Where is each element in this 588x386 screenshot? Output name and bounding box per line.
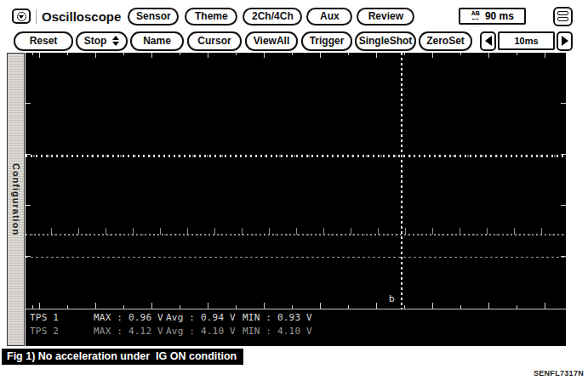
- trigger-button[interactable]: Trigger: [301, 31, 352, 51]
- reset-button[interactable]: Reset: [14, 31, 73, 51]
- zeroset-button[interactable]: ZeroSet: [419, 31, 472, 51]
- toolbar-second: Reset Stop Name Cursor ViewAll Trigger S…: [14, 31, 579, 51]
- cursor-button[interactable]: Cursor: [187, 31, 242, 51]
- aux-button[interactable]: Aux: [306, 8, 352, 26]
- avg-value: Avg : 4.10 V: [166, 326, 243, 337]
- timebase-next-button[interactable]: [557, 31, 573, 51]
- channel-name: TPS 1: [30, 312, 94, 323]
- sensor-button[interactable]: Sensor: [128, 8, 179, 26]
- measurement-row-tps2: TPS 2 MAX : 4.12 V Avg : 4.10 V MIN : 4.…: [30, 324, 562, 338]
- name-button[interactable]: Name: [130, 31, 184, 51]
- toolbar-top: Oscilloscope Sensor Theme 2Ch/4Ch Aux Re…: [12, 6, 578, 26]
- trace-tps1: [26, 155, 566, 157]
- measurement-row-tps1: TPS 1 MAX : 0.96 V Avg : 0.94 V MIN : 0.…: [30, 310, 562, 324]
- bottom-graticule-line: [26, 309, 566, 309]
- top-ticks-major: [26, 53, 566, 58]
- measurement-readout: TPS 1 MAX : 0.96 V Avg : 0.94 V MIN : 0.…: [30, 310, 562, 338]
- app-title: Oscilloscope: [42, 9, 121, 24]
- singleshot-button[interactable]: SingleShot: [355, 31, 416, 51]
- configuration-drawer-handle[interactable]: Configuration: [7, 53, 25, 346]
- ab-time-display[interactable]: AB ↔ 90 ms: [459, 8, 526, 25]
- configuration-label: Configuration: [11, 163, 21, 236]
- max-value: MAX : 0.96 V: [94, 312, 166, 323]
- viewall-button[interactable]: ViewAll: [245, 31, 298, 51]
- updown-spinner-icon: [112, 36, 119, 46]
- max-value: MAX : 4.12 V: [94, 326, 166, 337]
- print-button[interactable]: [553, 7, 573, 26]
- ab-range-icon: AB ↔: [471, 11, 480, 21]
- printer-icon: [557, 11, 568, 15]
- left-arrow-icon: [485, 36, 492, 46]
- menu-dropdown-button[interactable]: [12, 9, 31, 24]
- right-arrow-icon: [562, 36, 568, 46]
- trace-tps2: [26, 234, 566, 236]
- oscilloscope-app: Oscilloscope Sensor Theme 2Ch/4Ch Aux Re…: [0, 0, 588, 386]
- dotted-gridline: [26, 257, 566, 258]
- min-value: MIN : 4.10 V: [243, 326, 562, 337]
- bottom-ticks-major: [26, 303, 566, 309]
- figure-caption: Fig 1) No acceleration under IG ON condi…: [2, 349, 243, 365]
- timebase-value[interactable]: 10ms: [498, 31, 555, 50]
- timebase-prev-button[interactable]: [480, 31, 496, 51]
- document-code: SENFL7317N: [534, 369, 584, 377]
- stop-button[interactable]: Stop: [76, 31, 128, 51]
- divider: [36, 9, 37, 24]
- min-value: MIN : 0.93 V: [243, 312, 562, 323]
- channel-mode-button[interactable]: 2Ch/4Ch: [243, 8, 302, 26]
- dropdown-icon: [17, 12, 26, 21]
- channel-name: TPS 2: [30, 326, 94, 337]
- theme-button[interactable]: Theme: [185, 8, 237, 26]
- scope-screen: b TPS 1 MAX : 0.96 V Avg : 0.94 V MIN : …: [26, 53, 566, 346]
- avg-value: Avg : 0.94 V: [166, 312, 243, 323]
- time-cursor-b[interactable]: [401, 53, 402, 309]
- ab-time-value: 90 ms: [485, 10, 514, 22]
- review-button[interactable]: Review: [357, 8, 414, 26]
